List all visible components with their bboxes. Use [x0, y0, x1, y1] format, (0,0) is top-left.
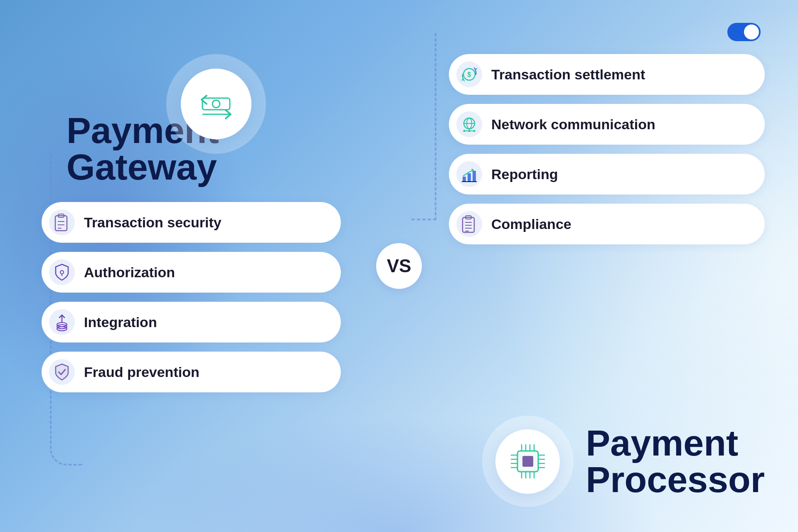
right-feature-item: $ Transaction settlement	[449, 54, 765, 95]
transaction-security-icon-circle	[49, 209, 75, 235]
processor-circle-outer	[482, 416, 574, 507]
globe-network-icon	[460, 115, 478, 133]
compliance-label: Compliance	[491, 216, 571, 232]
bar-chart-icon	[460, 165, 478, 183]
integration-label: Integration	[84, 314, 157, 330]
processor-circle-inner	[495, 429, 560, 494]
reporting-label: Reporting	[491, 166, 558, 182]
transaction-settlement-label: Transaction settlement	[491, 66, 645, 83]
vs-circle: VS	[376, 243, 422, 289]
vs-label: VS	[387, 256, 411, 276]
cpu-chip-icon	[509, 443, 547, 480]
toggle-track	[727, 23, 761, 41]
left-feature-item: Fraud prevention	[42, 352, 341, 392]
svg-point-8	[60, 271, 64, 274]
svg-rect-24	[468, 173, 471, 182]
right-section: $ Transaction settlement	[449, 54, 765, 244]
svg-rect-25	[473, 171, 476, 182]
right-feature-item: Reporting	[449, 154, 765, 195]
svg-point-22	[473, 130, 475, 132]
coins-stack-icon	[53, 313, 71, 331]
fraud-prevention-label: Fraud prevention	[84, 364, 200, 380]
svg-point-1	[212, 100, 220, 108]
integration-icon-circle	[49, 309, 75, 335]
network-communication-icon-circle	[456, 111, 482, 137]
left-feature-item: Transaction security	[42, 202, 341, 243]
svg-point-21	[468, 130, 470, 132]
transaction-security-label: Transaction security	[84, 214, 222, 231]
shield-check-icon	[54, 363, 70, 381]
clipboard-list-icon	[461, 215, 477, 233]
right-feature-item: Compliance	[449, 204, 765, 244]
right-feature-list: $ Transaction settlement	[449, 54, 765, 244]
money-transfer-icon	[197, 87, 235, 121]
money-cycle-icon: $	[460, 65, 478, 84]
clipboard-lock-icon	[54, 213, 70, 232]
network-communication-label: Network communication	[491, 116, 655, 133]
svg-rect-23	[463, 177, 466, 182]
authorization-icon-circle	[49, 259, 75, 285]
shield-lock-icon	[54, 263, 70, 281]
toggle-thumb	[744, 25, 759, 39]
right-feature-item: Network communication	[449, 104, 765, 145]
reporting-icon-circle	[456, 161, 482, 187]
compliance-icon-circle	[456, 211, 482, 237]
dashed-curve-right	[411, 33, 436, 220]
fraud-prevention-icon-circle	[49, 359, 75, 385]
payment-processor-title: Payment Processor	[586, 425, 765, 498]
left-feature-item: Integration	[42, 302, 341, 342]
svg-rect-34	[522, 456, 533, 467]
svg-text:$: $	[468, 71, 471, 78]
left-feature-list: Transaction security Authorization	[42, 202, 341, 392]
left-feature-item: Authorization	[42, 252, 341, 293]
left-section: Payment Gateway Transaction security	[42, 42, 341, 392]
transaction-settlement-icon-circle: $	[456, 62, 482, 87]
toggle-button[interactable]	[727, 23, 761, 41]
payment-processor-area: Payment Processor	[482, 416, 765, 507]
gateway-icon-circle-inner	[181, 69, 251, 139]
svg-point-20	[463, 130, 466, 132]
authorization-label: Authorization	[84, 264, 175, 281]
gateway-icon-circle-outer	[166, 54, 266, 154]
